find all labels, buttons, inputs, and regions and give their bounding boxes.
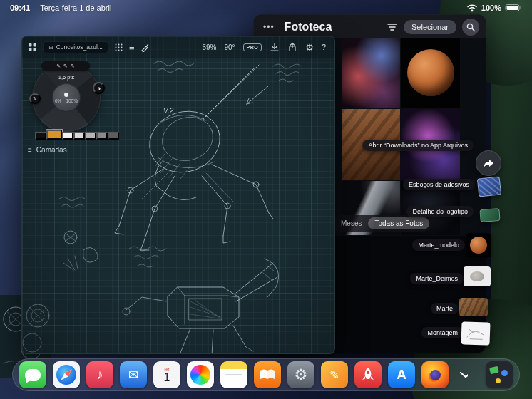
- sketch-version-annotation: V.2: [163, 107, 174, 115]
- pen-knob[interactable]: ✎: [29, 93, 41, 104]
- game-shape-blue: [501, 370, 508, 376]
- dock-messages-icon[interactable]: [19, 361, 46, 388]
- dock-safari-icon[interactable]: [53, 361, 80, 388]
- ipad-screen: ••• Fototeca Selecionar Meses Todas as F…: [0, 0, 532, 399]
- rocket-icon: [360, 367, 376, 383]
- concepts-app-window: V.2 ⊞ Conceitos_azul... ≡: [21, 36, 335, 354]
- note-line: [225, 378, 242, 378]
- dock-browser-icon[interactable]: [421, 361, 449, 388]
- brush-preview[interactable]: 0% 100%: [52, 83, 81, 112]
- dock-notes-icon[interactable]: [220, 361, 247, 388]
- app-store-a-icon: A: [397, 367, 406, 383]
- window-controls-button[interactable]: •••: [260, 21, 277, 33]
- share-icon[interactable]: [287, 42, 297, 52]
- select-button[interactable]: Selecionar: [404, 20, 456, 34]
- dock-drawing-app-icon[interactable]: ✎: [321, 361, 348, 388]
- layers-panel-toggle[interactable]: ≡ Camadas: [28, 146, 67, 154]
- marker-tool-icon[interactable]: ✎: [71, 63, 75, 69]
- drag-thumb-marte-deimos[interactable]: [464, 266, 491, 286]
- document-title-pill[interactable]: ⊞ Conceitos_azul...: [43, 41, 108, 53]
- chevron-down-icon[interactable]: [455, 361, 472, 388]
- swatch-white[interactable]: [62, 132, 73, 140]
- dock-calendar-icon[interactable]: Ter. 1: [153, 361, 180, 388]
- pen-tool-icon[interactable]: ✎: [56, 63, 61, 69]
- status-time: 09:41: [10, 4, 30, 12]
- document-title: Conceitos_azul...: [56, 43, 103, 51]
- flower-icon: [190, 365, 210, 385]
- drag-item-label-marte-modelo: Marte_modelo: [412, 239, 465, 251]
- search-icon[interactable]: [462, 19, 479, 36]
- rotation-value[interactable]: 90°: [224, 43, 235, 51]
- blend-knob[interactable]: ◑: [93, 82, 105, 94]
- opacity-max: 100%: [66, 98, 78, 103]
- browser-globe-icon: [430, 370, 441, 380]
- dock-rocket-app-icon[interactable]: [354, 361, 382, 388]
- drag-hint-open-downloads: Abrir “Downloads” no App Arquivos: [362, 140, 474, 151]
- brush-size-value: 1,6 pts: [32, 74, 101, 81]
- opacity-range: 0% 100%: [55, 98, 78, 103]
- dock-mail-icon[interactable]: ✉: [120, 361, 147, 388]
- zoom-level[interactable]: 59%: [202, 43, 216, 51]
- swatch-orange-selected[interactable]: [46, 130, 62, 140]
- pencil-tool-icon[interactable]: ✎: [63, 63, 68, 69]
- swatch-gray[interactable]: [85, 132, 96, 140]
- dot-grid-icon[interactable]: [114, 43, 123, 52]
- note-line: [225, 374, 242, 375]
- drag-item-label-marte-deimos: Marte_Deimos: [410, 273, 464, 284]
- game-shape-green: [489, 366, 499, 375]
- help-button[interactable]: ?: [322, 43, 326, 51]
- drag-thumb-logo-detail[interactable]: [479, 208, 500, 222]
- tool-wheel[interactable]: ✎ ✎ ✎ 1,6 pts 0% 100% ✎ ◑: [32, 63, 101, 132]
- share-forward-button[interactable]: [476, 150, 501, 176]
- photo-thumbnail-mars-planet[interactable]: [401, 38, 460, 108]
- dock-recent-app-icon[interactable]: [486, 361, 513, 388]
- swatch-mid-gray[interactable]: [96, 132, 108, 140]
- open-book-icon: [259, 368, 276, 382]
- gallery-grid-icon[interactable]: [28, 43, 37, 52]
- dock-photos-icon[interactable]: [187, 361, 214, 388]
- drag-item-label-montagem: Montagem: [421, 327, 464, 338]
- drag-item-label-marte: Marte: [431, 303, 459, 314]
- drag-thumb-montagem[interactable]: [461, 321, 490, 345]
- drag-thumb-marte[interactable]: [459, 298, 488, 316]
- color-swatch-bar: [35, 132, 119, 140]
- tab-meses[interactable]: Meses: [334, 217, 368, 229]
- dock-settings-icon[interactable]: ⚙: [287, 361, 314, 388]
- compass-icon: [56, 365, 76, 385]
- dock-separator: [479, 364, 479, 385]
- dock-books-icon[interactable]: [254, 361, 281, 388]
- envelope-icon: ✉: [128, 368, 138, 383]
- pro-badge: PRO: [243, 43, 262, 51]
- menu-icon[interactable]: ≡: [129, 42, 135, 53]
- gear-icon: ⚙: [295, 366, 308, 383]
- brush-tip-dot: [64, 93, 68, 97]
- dock: ♪ ✉ Ter. 1 ⚙ ✎ A: [12, 358, 520, 391]
- swatch-black[interactable]: [35, 132, 46, 140]
- drag-thumb-sticker-sheet[interactable]: [477, 176, 502, 197]
- photos-title: Fototeca: [285, 21, 332, 33]
- chat-bubble-icon: [25, 369, 41, 381]
- filter-icon[interactable]: [387, 22, 398, 32]
- drag-item-label-stickers: Esboços de adesivos: [403, 179, 475, 190]
- calendar-day: 1: [164, 372, 170, 383]
- tab-todas-as-fotos[interactable]: Todas as Fotos: [368, 217, 429, 229]
- drag-item-label-logo: Detalhe do logotipo: [406, 206, 474, 217]
- dock-music-icon[interactable]: ♪: [86, 361, 113, 388]
- swatch-dark-gray[interactable]: [108, 132, 119, 140]
- settings-gear-icon[interactable]: ⚙: [305, 42, 314, 53]
- dock-app-store-icon[interactable]: A: [388, 361, 415, 388]
- status-bar: 09:41 Terça-feira 1 de abril 100%: [0, 0, 532, 16]
- opacity-min: 0%: [55, 98, 61, 103]
- drag-thumb-marte-modelo[interactable]: [466, 233, 491, 257]
- status-date: Terça-feira 1 de abril: [40, 4, 111, 12]
- swatch-light-gray[interactable]: [73, 132, 85, 140]
- photo-thumbnail-nebula[interactable]: [342, 38, 400, 108]
- wifi-icon: [466, 4, 478, 12]
- brush-icon[interactable]: [140, 43, 150, 52]
- import-icon[interactable]: [270, 42, 280, 52]
- toolbar-right-group: 59% 90° PRO ⚙ ?: [202, 36, 326, 58]
- tool-slots[interactable]: ✎ ✎ ✎: [41, 61, 90, 71]
- game-shape-yellow: [496, 378, 501, 383]
- status-right: 100%: [466, 4, 522, 12]
- layers-menu-icon: ≡: [28, 146, 32, 154]
